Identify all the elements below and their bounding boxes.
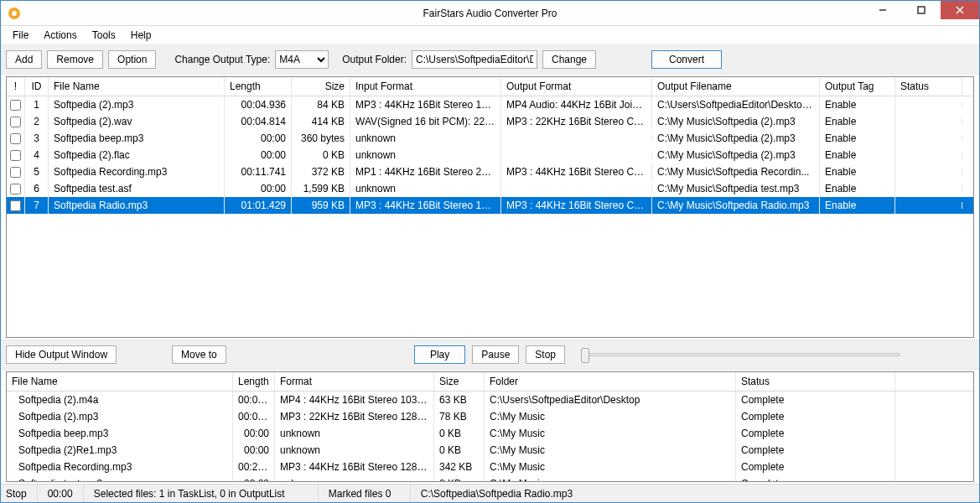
list-item[interactable]: Softpedia (2).mp300:04...MP3 : 22KHz 16B… (7, 408, 973, 425)
output-folder-input[interactable] (412, 50, 537, 69)
svg-point-1 (12, 11, 17, 16)
titlebar: FairStars Audio Converter Pro (1, 1, 979, 26)
row-size: 1,599 KB (292, 179, 350, 198)
col-id[interactable]: ID (25, 77, 49, 96)
row-id: 7 (25, 196, 49, 215)
out-folder: C:\My Music (485, 474, 736, 481)
table-row[interactable]: 3Softpedia beep.mp300:00360 bytesunknown… (7, 130, 973, 147)
minimize-button[interactable] (863, 1, 902, 19)
row-size: 372 KB (292, 163, 350, 181)
col-filename[interactable]: File Name (49, 77, 225, 96)
table-row[interactable]: 5Softpedia Recording.mp300:11.741372 KBM… (7, 163, 973, 180)
out-col-status[interactable]: Status (736, 372, 895, 391)
list-item[interactable]: Softpedia (2).m4a00:04...MP4 : 44KHz 16B… (7, 392, 973, 408)
table-row[interactable]: 4Softpedia (2).flac00:000 KBunknownC:\My… (7, 147, 973, 163)
row-tag: Enable (820, 163, 895, 181)
out-size: 342 KB (434, 458, 485, 476)
add-button[interactable]: Add (6, 50, 42, 69)
playback-slider[interactable] (582, 353, 900, 356)
out-status: Complete (736, 424, 895, 443)
row-output: MP3 : 44KHz 16Bit Stereo CBR ... (501, 163, 652, 181)
output-body[interactable]: Softpedia (2).m4a00:04...MP4 : 44KHz 16B… (7, 392, 973, 481)
col-tag[interactable]: Output Tag (820, 77, 895, 96)
row-output (501, 135, 652, 142)
out-format: unknown (275, 474, 434, 481)
row-outfile: C:\My Music\Softpedia (2).mp3 (652, 112, 820, 131)
close-button[interactable] (941, 1, 979, 19)
status-path: C:\Softpedia\Softpedia Radio.mp3 (411, 485, 974, 502)
move-to-button[interactable]: Move to (172, 345, 226, 364)
row-length: 00:04.814 (225, 112, 292, 131)
out-filename: Softpedia (2).mp3 (7, 407, 233, 426)
output-type-select[interactable]: M4A (275, 50, 329, 69)
convert-button[interactable]: Convert (651, 50, 722, 69)
row-status (895, 118, 962, 125)
out-col-size[interactable]: Size (434, 372, 485, 391)
out-length: 00:00 (233, 474, 275, 481)
col-input[interactable]: Input Format (350, 77, 501, 96)
col-outfile[interactable]: Output Filename (652, 77, 820, 96)
menu-actions[interactable]: Actions (37, 28, 83, 43)
out-length: 00:04... (233, 392, 275, 409)
hide-output-button[interactable]: Hide Output Window (6, 345, 117, 364)
out-filename: Softpedia beep.mp3 (7, 424, 233, 443)
row-checkbox[interactable] (7, 113, 25, 131)
row-length: 00:04.936 (225, 96, 292, 114)
col-mark[interactable]: ! (7, 77, 25, 96)
list-item[interactable]: Softpedia beep.mp300:00unknown0 KBC:\My … (7, 425, 973, 442)
col-output[interactable]: Output Format (501, 77, 652, 96)
out-format: unknown (275, 441, 434, 459)
menu-help[interactable]: Help (124, 28, 158, 43)
list-item[interactable]: Softpedia Recording.mp300:21...MP3 : 44K… (7, 459, 973, 475)
window-title: FairStars Audio Converter Pro (423, 8, 557, 19)
out-col-length[interactable]: Length (233, 372, 275, 391)
row-tag: Enable (820, 146, 895, 164)
row-output: MP3 : 22KHz 16Bit Stereo CBR ... (501, 112, 652, 131)
out-size: 0 KB (434, 474, 485, 481)
row-outfile: C:\Users\SoftpediaEditor\Desktop... (652, 96, 820, 114)
row-checkbox[interactable] (7, 130, 25, 148)
output-list: File Name Length Format Size Folder Stat… (6, 371, 974, 482)
out-col-folder[interactable]: Folder (485, 372, 736, 391)
out-col-filename[interactable]: File Name (7, 372, 233, 391)
slider-thumb[interactable] (581, 348, 589, 363)
col-length[interactable]: Length (225, 77, 292, 96)
table-row[interactable]: 6Softpedia test.asf00:001,599 KBunknownC… (7, 180, 973, 197)
row-checkbox[interactable] (7, 180, 25, 198)
task-body[interactable]: 1Softpedia (2).mp300:04.93684 KBMP3 : 44… (7, 96, 973, 337)
output-type-label: Change Output Type: (174, 54, 270, 65)
window-controls (863, 1, 979, 19)
list-item[interactable]: Softpedia (2)Re1.mp300:00unknown0 KBC:\M… (7, 442, 973, 459)
out-format: unknown (275, 424, 434, 443)
maximize-button[interactable] (902, 1, 941, 19)
out-size: 0 KB (434, 441, 485, 459)
out-col-format[interactable]: Format (275, 372, 434, 391)
row-tag: Enable (820, 179, 895, 198)
out-filename: Softpedia Recording.mp3 (7, 458, 233, 476)
row-checkbox[interactable] (7, 197, 25, 215)
col-size[interactable]: Size (292, 77, 350, 96)
row-size: 0 KB (292, 146, 350, 164)
change-folder-button[interactable]: Change (542, 50, 596, 69)
row-checkbox[interactable] (7, 147, 25, 164)
output-folder-label: Output Folder: (342, 54, 407, 65)
row-checkbox[interactable] (7, 96, 25, 114)
table-row[interactable]: 7Softpedia Radio.mp301:01.429959 KBMP3 :… (7, 197, 973, 214)
option-button[interactable]: Option (108, 50, 156, 69)
list-item[interactable]: Softpedia test.mp300:00unknown0 KBC:\My … (7, 475, 973, 481)
col-status[interactable]: Status (895, 77, 962, 96)
play-button[interactable]: Play (414, 345, 465, 364)
row-status (895, 169, 962, 175)
remove-button[interactable]: Remove (47, 50, 103, 69)
stop-button[interactable]: Stop (526, 345, 565, 364)
menu-file[interactable]: File (6, 28, 35, 43)
row-filename: Softpedia Recording.mp3 (49, 163, 225, 181)
row-output: MP3 : 44KHz 16Bit Stereo CBR ... (501, 196, 652, 215)
out-format: MP4 : 44KHz 16Bit Stereo 103K... (275, 392, 434, 409)
pause-button[interactable]: Pause (472, 345, 519, 364)
out-folder: C:\My Music (485, 407, 736, 426)
table-row[interactable]: 2Softpedia (2).wav00:04.814414 KBWAV(Sig… (7, 113, 973, 130)
table-row[interactable]: 1Softpedia (2).mp300:04.93684 KBMP3 : 44… (7, 96, 973, 113)
menu-tools[interactable]: Tools (86, 28, 122, 43)
row-checkbox[interactable] (7, 163, 25, 181)
